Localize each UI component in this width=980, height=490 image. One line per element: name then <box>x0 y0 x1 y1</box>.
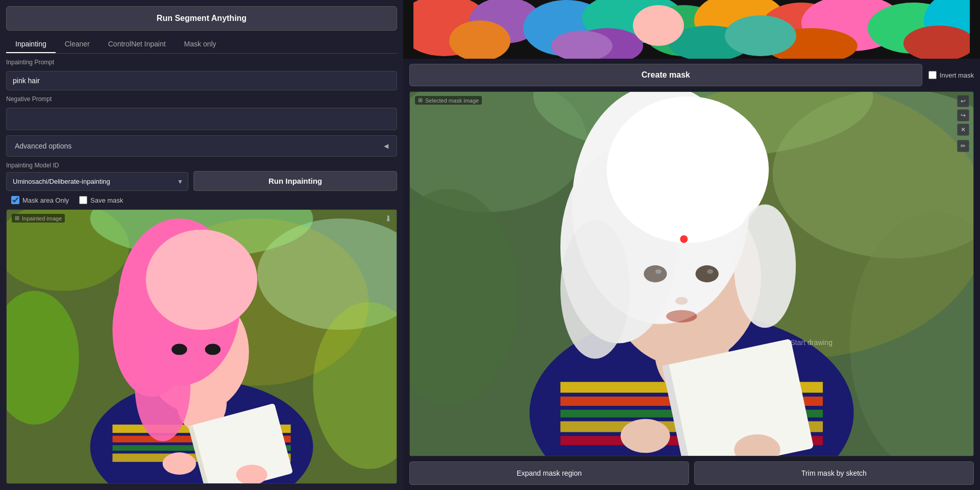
inpainted-image-label: ⊞ Inpainted image <box>12 214 65 223</box>
invert-mask-row: Invert mask <box>928 71 974 79</box>
right-panel: Create mask Invert mask ⊞ Selected mask … <box>403 0 980 490</box>
svg-point-76 <box>560 151 676 344</box>
svg-point-42 <box>725 15 796 56</box>
download-icon[interactable]: ⬇ <box>385 214 391 224</box>
run-inpainting-button[interactable]: Run Inpainting <box>193 171 397 191</box>
inpainted-image-display <box>7 210 397 483</box>
svg-point-22 <box>163 452 196 475</box>
svg-rect-44 <box>970 0 980 59</box>
segmentation-map <box>403 0 980 59</box>
save-mask-text: Save mask <box>90 197 123 204</box>
svg-point-77 <box>680 235 688 243</box>
options-checkboxes: Mask area Only Save mask <box>6 196 397 204</box>
advanced-options-label: Advanced options <box>15 142 71 150</box>
advanced-options-toggle[interactable]: Advanced options ◀ <box>6 135 397 157</box>
svg-point-73 <box>621 419 670 453</box>
tab-bar: Inpainting Cleaner ControlNet Inpaint Ma… <box>6 36 397 54</box>
redo-button[interactable]: ↪ <box>957 109 969 121</box>
mask-image-wrapper: ⊞ Selected mask image ↩ ↪ ✕ ✏ <box>409 91 974 456</box>
svg-point-19 <box>205 344 221 355</box>
draw-button[interactable]: ✏ <box>957 140 969 152</box>
trim-mask-sketch-button[interactable]: Trim mask by sketch <box>694 461 974 485</box>
svg-rect-43 <box>403 0 413 59</box>
mask-image-display <box>410 92 973 456</box>
invert-mask-checkbox[interactable] <box>928 71 937 79</box>
model-id-label: Inpainting Model ID <box>6 162 188 169</box>
inpainting-prompt-input[interactable] <box>6 71 397 90</box>
undo-button[interactable]: ↩ <box>957 95 969 107</box>
expand-mask-region-button[interactable]: Expand mask region <box>409 461 689 485</box>
image-icon: ⊞ <box>15 215 19 222</box>
left-panel: Run Segment Anything Inpainting Cleaner … <box>0 0 403 490</box>
tab-mask-only[interactable]: Mask only <box>175 36 226 53</box>
save-mask-checkbox[interactable] <box>79 196 87 204</box>
svg-point-16 <box>146 230 257 330</box>
mask-image-label: ⊞ Selected mask image <box>415 96 482 105</box>
advanced-options-arrow-icon: ◀ <box>384 142 388 150</box>
model-id-select[interactable]: Uminosachi/Deliberate-inpainting <box>6 172 188 191</box>
mask-image-tools: ↩ ↪ ✕ ✏ <box>957 95 969 152</box>
save-mask-label[interactable]: Save mask <box>79 196 123 204</box>
bottom-buttons-row: Expand mask region Trim mask by sketch <box>403 456 980 490</box>
seg-map-svg <box>403 0 980 59</box>
mask-area-only-checkbox[interactable] <box>11 196 19 204</box>
negative-prompt-section: Negative Prompt <box>6 95 397 130</box>
svg-point-18 <box>172 344 187 355</box>
tab-cleaner[interactable]: Cleaner <box>56 36 99 53</box>
tab-inpainting[interactable]: Inpainting <box>6 36 56 53</box>
svg-point-40 <box>633 5 684 46</box>
mask-controls-row: Create mask Invert mask <box>403 59 980 91</box>
inpainting-prompt-section: Inpainting Prompt <box>6 59 397 90</box>
model-row: Inpainting Model ID Uminosachi/Deliberat… <box>6 162 397 191</box>
negative-prompt-input[interactable] <box>6 108 397 130</box>
negative-prompt-label: Negative Prompt <box>6 95 397 103</box>
mask-area-only-label[interactable]: Mask area Only <box>11 196 69 204</box>
close-mask-button[interactable]: ✕ <box>957 124 969 136</box>
mask-image-icon: ⊞ <box>418 97 423 104</box>
inpainting-prompt-label: Inpainting Prompt <box>6 59 397 66</box>
run-segment-button[interactable]: Run Segment Anything <box>6 6 397 31</box>
invert-mask-label: Invert mask <box>940 71 974 79</box>
model-select-wrapper: Inpainting Model ID Uminosachi/Deliberat… <box>6 162 188 191</box>
create-mask-button[interactable]: Create mask <box>409 64 922 86</box>
tab-controlnet-inpaint[interactable]: ControlNet Inpaint <box>99 36 175 53</box>
mask-area-only-text: Mask area Only <box>22 197 69 204</box>
inpainted-image-container: ⊞ Inpainted image ⬇ <box>6 209 397 484</box>
